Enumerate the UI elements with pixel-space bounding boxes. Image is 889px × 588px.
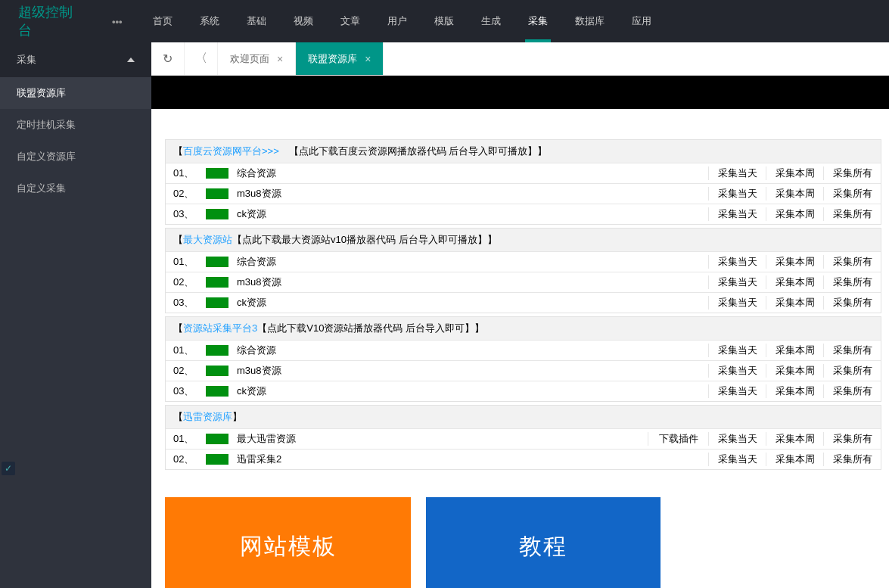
topmenu-item-5[interactable]: 用户 xyxy=(384,1,410,42)
resource-name[interactable]: ck资源 xyxy=(232,384,708,398)
topmenu-item-1[interactable]: 系统 xyxy=(197,1,222,42)
badge-icon xyxy=(206,366,228,376)
collect-action-0[interactable]: 采集当天 xyxy=(708,187,766,201)
sidebar-item-1[interactable]: 定时挂机采集 xyxy=(0,109,151,141)
tab-1[interactable]: 联盟资源库× xyxy=(296,42,384,75)
collect-action-1[interactable]: 采集本周 xyxy=(766,255,823,269)
group-title-link[interactable]: 最大资源站 xyxy=(183,234,232,245)
collect-action-1[interactable]: 采集本周 xyxy=(766,207,823,221)
download-plugin-link[interactable]: 下载插件 xyxy=(648,432,708,446)
tab-0[interactable]: 欢迎页面× xyxy=(218,42,296,75)
row-index: 03、 xyxy=(166,384,202,398)
close-icon[interactable]: × xyxy=(365,53,371,65)
promo-box-1[interactable]: 教程 xyxy=(426,497,661,588)
sidebar-group-collect[interactable]: 采集 xyxy=(0,42,151,77)
resource-name[interactable]: m3u8资源 xyxy=(232,275,708,289)
collect-action-2[interactable]: 采集所有 xyxy=(823,364,881,378)
resource-name[interactable]: m3u8资源 xyxy=(232,364,708,378)
resource-name[interactable]: ck资源 xyxy=(232,296,708,310)
collect-action-0[interactable]: 采集当天 xyxy=(708,364,766,378)
tab-prev-icon[interactable]: 〈 xyxy=(185,42,218,75)
row-index: 03、 xyxy=(166,207,202,221)
collect-action-2[interactable]: 采集所有 xyxy=(823,296,881,310)
topmenu-item-9[interactable]: 数据库 xyxy=(572,1,608,42)
collect-action-0[interactable]: 采集当天 xyxy=(708,432,766,446)
topmenu-item-3[interactable]: 视频 xyxy=(291,1,316,42)
badge-icon xyxy=(206,297,228,308)
collect-action-1[interactable]: 采集本周 xyxy=(766,187,823,201)
topmenu-item-7[interactable]: 生成 xyxy=(478,1,504,42)
status-badge xyxy=(202,209,232,219)
collect-action-0[interactable]: 采集当天 xyxy=(708,275,766,289)
table-row: 01、最大迅雷资源下载插件采集当天采集本周采集所有 xyxy=(166,428,881,449)
promo-box-0[interactable]: 网站模板 xyxy=(165,497,411,588)
badge-icon xyxy=(206,188,228,199)
resource-name[interactable]: 综合资源 xyxy=(232,255,708,269)
collect-action-1[interactable]: 采集本周 xyxy=(766,166,823,180)
group-header: 【百度云资源网平台>>> 【点此下载百度云资源网播放器代码 后台导入即可播放】】 xyxy=(166,140,881,163)
collect-action-2[interactable]: 采集所有 xyxy=(823,166,881,180)
group-download-link[interactable]: 【点此下载百度云资源网播放器代码 后台导入即可播放】 xyxy=(279,145,538,157)
refresh-icon[interactable]: ↻ xyxy=(151,42,185,75)
topmenu-item-6[interactable]: 模版 xyxy=(431,1,457,42)
sidebar-item-2[interactable]: 自定义资源库 xyxy=(0,141,151,173)
collect-action-1[interactable]: 采集本周 xyxy=(766,432,823,446)
resource-name[interactable]: ck资源 xyxy=(232,207,708,221)
badge-icon xyxy=(206,386,228,397)
topmenu-item-4[interactable]: 文章 xyxy=(337,1,363,42)
collect-action-0[interactable]: 采集当天 xyxy=(708,207,766,221)
tab-label: 欢迎页面 xyxy=(230,52,269,66)
collect-action-1[interactable]: 采集本周 xyxy=(766,384,823,398)
badge-icon xyxy=(206,277,228,288)
collect-action-2[interactable]: 采集所有 xyxy=(823,255,881,269)
collect-action-0[interactable]: 采集当天 xyxy=(708,296,766,310)
close-icon[interactable]: × xyxy=(277,53,283,65)
group-title-link[interactable]: 迅雷资源库 xyxy=(183,411,232,422)
resource-name[interactable]: 迅雷采集2 xyxy=(232,453,708,466)
check-icon[interactable]: ✓ xyxy=(2,462,15,475)
collect-action-2[interactable]: 采集所有 xyxy=(823,432,881,446)
sidebar-item-3[interactable]: 自定义采集 xyxy=(0,173,151,204)
collect-action-0[interactable]: 采集当天 xyxy=(708,166,766,180)
collect-action-2[interactable]: 采集所有 xyxy=(823,207,881,221)
resource-name[interactable]: 最大迅雷资源 xyxy=(232,432,648,446)
collect-action-0[interactable]: 采集当天 xyxy=(708,453,766,466)
resource-name[interactable]: 综合资源 xyxy=(232,166,708,180)
status-badge xyxy=(202,434,232,444)
resource-name[interactable]: 综合资源 xyxy=(232,344,708,357)
group-download-link[interactable]: 【点此下载V10资源站播放器代码 后台导入即可】 xyxy=(257,322,474,334)
status-badge xyxy=(202,345,232,356)
topmenu-item-0[interactable]: 首页 xyxy=(150,1,176,42)
collect-action-1[interactable]: 采集本周 xyxy=(766,296,823,310)
collect-action-1[interactable]: 采集本周 xyxy=(766,364,823,378)
collect-action-1[interactable]: 采集本周 xyxy=(766,453,823,466)
table-row: 03、ck资源采集当天采集本周采集所有 xyxy=(166,381,881,401)
table-row: 03、ck资源采集当天采集本周采集所有 xyxy=(166,204,881,224)
topmenu-item-10[interactable]: 应用 xyxy=(629,1,654,42)
table-row: 02、m3u8资源采集当天采集本周采集所有 xyxy=(166,360,881,381)
top-menu: 首页系统基础视频文章用户模版生成采集数据库应用 xyxy=(150,1,654,42)
sidebar-item-0[interactable]: 联盟资源库 xyxy=(0,77,151,109)
collect-action-0[interactable]: 采集当天 xyxy=(708,384,766,398)
collect-action-1[interactable]: 采集本周 xyxy=(766,344,823,357)
collect-action-2[interactable]: 采集所有 xyxy=(823,453,881,466)
more-icon[interactable]: ••• xyxy=(91,16,144,27)
table-row: 01、综合资源采集当天采集本周采集所有 xyxy=(166,163,881,183)
badge-icon xyxy=(206,454,228,465)
topmenu-item-2[interactable]: 基础 xyxy=(244,1,269,42)
collect-action-2[interactable]: 采集所有 xyxy=(823,187,881,201)
collect-action-1[interactable]: 采集本周 xyxy=(766,275,823,289)
collect-action-2[interactable]: 采集所有 xyxy=(823,275,881,289)
collect-action-0[interactable]: 采集当天 xyxy=(708,344,766,357)
group-download-link[interactable]: 【点此下载最大资源站v10播放器代码 后台导入即可播放】 xyxy=(232,234,487,245)
resource-name[interactable]: m3u8资源 xyxy=(232,187,708,201)
collect-action-2[interactable]: 采集所有 xyxy=(823,344,881,357)
collect-action-0[interactable]: 采集当天 xyxy=(708,255,766,269)
group-title-link[interactable]: 百度云资源网平台>>> xyxy=(183,145,279,157)
row-index: 03、 xyxy=(166,296,202,310)
chevron-up-icon xyxy=(127,58,135,62)
row-index: 01、 xyxy=(166,255,202,269)
group-title-link[interactable]: 资源站采集平台3 xyxy=(183,322,257,334)
topmenu-item-8[interactable]: 采集 xyxy=(525,1,551,42)
collect-action-2[interactable]: 采集所有 xyxy=(823,384,881,398)
